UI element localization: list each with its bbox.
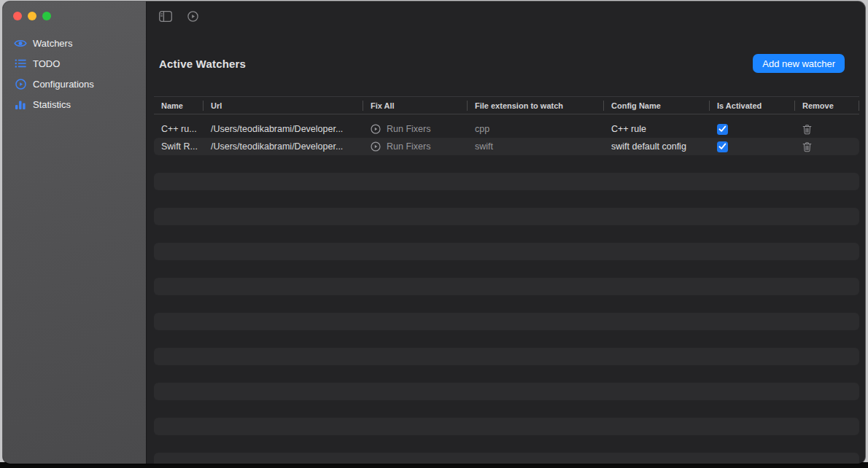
cell-name: Swift R... [154, 138, 204, 155]
table-row[interactable]: Swift R.../Users/teodikabrami/Developer.… [154, 138, 859, 155]
empty-table-row [154, 260, 859, 278]
sidebar-item-label: Watchers [33, 38, 72, 49]
play-circle-icon[interactable] [187, 11, 198, 22]
empty-table-row [154, 295, 859, 313]
column-header-config-name: Config Name [604, 97, 710, 114]
trash-icon[interactable] [802, 124, 812, 135]
table-body: C++ ru.../Users/teodikabrami/Developer..… [154, 120, 859, 464]
column-header-is-activated: Is Activated [710, 97, 795, 114]
eye-icon [14, 39, 27, 48]
empty-table-row [154, 225, 859, 243]
run-fixers-button[interactable]: Run Fixers [371, 124, 430, 134]
column-header-url: Url [204, 97, 363, 114]
run-fixers-button[interactable]: Run Fixers [371, 141, 430, 152]
empty-table-row [154, 208, 859, 225]
empty-table-row [154, 453, 859, 464]
cell-name: C++ ru... [154, 120, 204, 138]
window-toolbar [147, 1, 865, 31]
empty-table-row [154, 243, 859, 260]
cell-config-name: swift default config [604, 138, 710, 155]
play-circle-icon [14, 79, 27, 90]
column-header-name: Name [154, 97, 204, 114]
run-fixers-label: Run Fixers [387, 141, 430, 152]
watchers-table: NameUrlFix AllFile extension to watchCon… [154, 96, 859, 464]
app-window: Watchers TODO Configurations Statistics [3, 1, 865, 464]
page-header: Active Watchers Add new watcher [159, 54, 845, 73]
list-icon [14, 58, 27, 69]
play-circle-icon [371, 124, 381, 134]
cell-remove [795, 120, 859, 138]
sidebar-item-statistics[interactable]: Statistics [3, 94, 146, 114]
run-fixers-label: Run Fixers [387, 124, 430, 134]
empty-table-row [154, 330, 859, 348]
cell-url: /Users/teodikabrami/Developer... [204, 138, 363, 155]
empty-table-row [154, 435, 859, 453]
cell-remove [795, 138, 859, 155]
empty-table-row [154, 365, 859, 383]
main-content: Active Watchers Add new watcher NameUrlF… [147, 1, 865, 464]
sidebar-item-configurations[interactable]: Configurations [3, 74, 146, 94]
add-new-watcher-button[interactable]: Add new watcher [753, 54, 845, 73]
trash-icon[interactable] [802, 141, 812, 152]
empty-table-row [154, 313, 859, 330]
cell-extension: swift [468, 138, 604, 155]
page-title: Active Watchers [159, 58, 246, 70]
cell-fix-all: Run Fixers [363, 120, 468, 138]
sidebar: Watchers TODO Configurations Statistics [3, 1, 147, 464]
empty-table-row [154, 190, 859, 208]
column-header-file-extension-to-watch: File extension to watch [468, 97, 604, 114]
cell-fix-all: Run Fixers [363, 138, 468, 155]
empty-table-row [154, 418, 859, 435]
play-circle-icon [371, 141, 381, 152]
sidebar-item-label: TODO [33, 58, 60, 69]
activated-checkbox[interactable] [717, 124, 728, 135]
cell-is-activated [710, 138, 795, 155]
sidebar-toggle-icon[interactable] [159, 11, 172, 22]
traffic-lights [3, 1, 146, 20]
empty-table-row [154, 278, 859, 295]
cell-config-name: C++ rule [604, 120, 710, 138]
table-row[interactable]: C++ ru.../Users/teodikabrami/Developer..… [154, 120, 859, 138]
cell-url: /Users/teodikabrami/Developer... [204, 120, 363, 138]
sidebar-item-label: Configurations [33, 79, 94, 90]
table-header-row: NameUrlFix AllFile extension to watchCon… [154, 96, 859, 114]
empty-table-row [154, 155, 859, 173]
column-header-remove: Remove [795, 97, 859, 114]
empty-table-row [154, 173, 859, 190]
sidebar-item-label: Statistics [33, 99, 71, 110]
sidebar-nav: Watchers TODO Configurations Statistics [3, 33, 146, 114]
bar-chart-icon [14, 99, 27, 109]
empty-table-row [154, 348, 859, 365]
zoom-button[interactable] [42, 12, 51, 20]
cell-is-activated [710, 120, 795, 138]
minimize-button[interactable] [28, 12, 36, 20]
activated-checkbox[interactable] [717, 141, 728, 152]
column-header-fix-all: Fix All [363, 97, 468, 114]
sidebar-item-todo[interactable]: TODO [3, 53, 146, 74]
empty-table-row [154, 383, 859, 400]
cell-extension: cpp [468, 120, 604, 138]
sidebar-item-watchers[interactable]: Watchers [3, 33, 146, 53]
empty-table-row [154, 400, 859, 418]
close-button[interactable] [13, 12, 22, 20]
